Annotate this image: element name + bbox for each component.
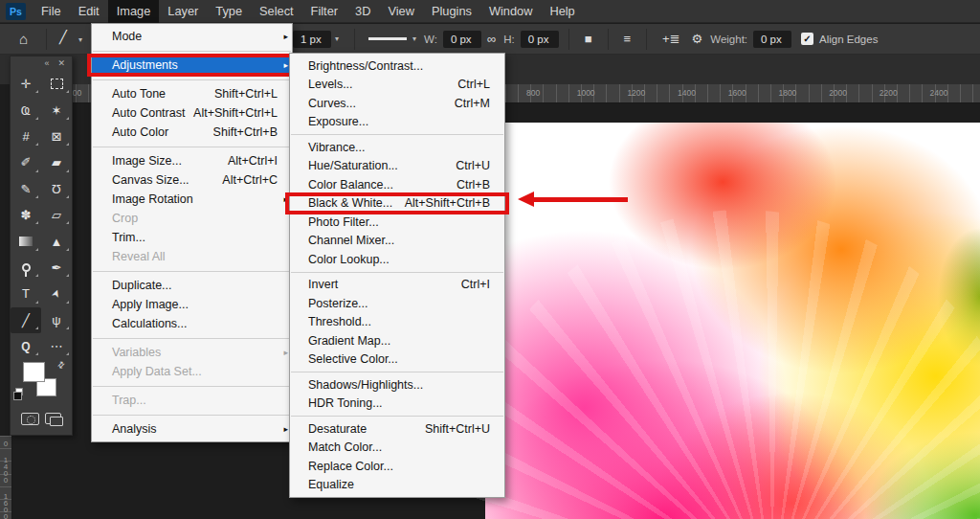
- menu-item[interactable]: Levels... Ctrl+L: [290, 76, 504, 95]
- menu-item[interactable]: Exposure...: [290, 113, 504, 132]
- lasso-tool[interactable]: Ҩ: [11, 97, 41, 123]
- menubar-item[interactable]: Select: [251, 0, 302, 23]
- menu-item[interactable]: Crop: [92, 209, 292, 228]
- menubar-item[interactable]: View: [379, 0, 423, 23]
- sharpen-tool[interactable]: ▲: [41, 228, 72, 254]
- menu-item[interactable]: Calculations...: [92, 314, 292, 333]
- menu-item[interactable]: Brightness/Contrast...: [290, 56, 504, 76]
- crop-tool[interactable]: #: [11, 124, 41, 149]
- menu-item[interactable]: Reveal All: [92, 247, 292, 266]
- menu-item[interactable]: Mode ▸: [92, 27, 292, 46]
- menu-separator: [290, 131, 504, 138]
- dodge-tool[interactable]: [11, 255, 41, 281]
- menu-item[interactable]: Match Color...: [290, 439, 504, 458]
- menu-item[interactable]: Photo Filter...: [290, 213, 504, 232]
- clone-stamp-tool[interactable]: Ω: [41, 176, 72, 202]
- menubar-item[interactable]: Help: [541, 0, 583, 23]
- menu-item[interactable]: Auto Contrast Alt+Shift+Ctrl+L: [92, 103, 292, 123]
- default-colors-icon[interactable]: [15, 388, 23, 395]
- menu-item[interactable]: Canvas Size... Alt+Ctrl+C: [92, 170, 292, 190]
- healing-brush-tool[interactable]: ▰: [41, 149, 72, 175]
- line-tool-preset-icon[interactable]: ╱: [59, 30, 67, 44]
- type-tool[interactable]: T: [11, 281, 41, 306]
- menu-item[interactable]: Image Rotation ▸: [92, 190, 292, 209]
- height-input[interactable]: 0 px: [521, 31, 559, 48]
- more-tools-button[interactable]: ⋯: [41, 333, 72, 359]
- move-tool[interactable]: ✛: [11, 71, 41, 97]
- align-edges-checkbox[interactable]: ✓: [801, 33, 813, 45]
- layer-stack-icon[interactable]: +≣: [662, 32, 679, 46]
- menu-item[interactable]: Replace Color...: [290, 457, 504, 476]
- photoshop-logo[interactable]: Ps: [6, 3, 26, 20]
- menu-item[interactable]: Color Balance... Ctrl+B: [290, 175, 504, 194]
- menubar-item[interactable]: 3D: [346, 0, 379, 23]
- menubar-item[interactable]: Edit: [70, 0, 108, 23]
- menu-item[interactable]: Apply Image...: [92, 295, 292, 314]
- menu-item[interactable]: Auto Color Shift+Ctrl+B: [92, 123, 292, 142]
- path-selection-tool[interactable]: ➤: [41, 281, 72, 306]
- menu-item[interactable]: Vibrance...: [290, 138, 504, 157]
- menu-item[interactable]: Apply Data Set...: [92, 362, 292, 381]
- menu-item[interactable]: Hue/Saturation... Ctrl+U: [290, 157, 504, 176]
- collapse-panel-icon[interactable]: «: [44, 58, 49, 71]
- menu-item[interactable]: Image Size... Alt+Ctrl+I: [92, 151, 292, 170]
- screen-mode-button[interactable]: [45, 413, 61, 424]
- hand-tool[interactable]: ψ: [41, 307, 72, 333]
- menu-item[interactable]: Posterize...: [290, 294, 504, 313]
- link-dimensions-icon[interactable]: ∞: [487, 32, 496, 46]
- gear-icon[interactable]: ⚙: [692, 32, 703, 46]
- rectangular-marquee-tool[interactable]: [41, 71, 72, 97]
- magic-wand-tool[interactable]: ✶: [41, 97, 72, 123]
- menu-item-black-and-white[interactable]: Black & White... Alt+Shift+Ctrl+B: [290, 194, 504, 214]
- chevron-down-icon[interactable]: ▾: [335, 34, 339, 43]
- menu-item[interactable]: Auto Tone Shift+Ctrl+L: [92, 84, 292, 103]
- menu-item-adjustments[interactable]: Adjustments ▸: [92, 56, 292, 75]
- chevron-down-icon[interactable]: ▾: [412, 34, 416, 43]
- menubar-item[interactable]: Plugins: [423, 0, 480, 23]
- foreground-color-swatch[interactable]: [23, 362, 45, 382]
- quick-mask-button[interactable]: [21, 413, 39, 425]
- menu-item[interactable]: Desaturate Shift+Ctrl+U: [290, 419, 504, 439]
- brush-tool[interactable]: ✎: [11, 176, 41, 202]
- pen-tool[interactable]: ✒: [41, 255, 72, 281]
- menubar-item[interactable]: Window: [480, 0, 542, 23]
- menu-item[interactable]: HDR Toning...: [290, 395, 504, 414]
- menu-item[interactable]: Invert Ctrl+I: [290, 276, 504, 295]
- chevron-down-icon[interactable]: ▾: [78, 35, 82, 44]
- fill-icon[interactable]: ■: [585, 32, 592, 46]
- stroke-style-select[interactable]: [368, 37, 407, 40]
- menu-item[interactable]: Equalize: [290, 476, 504, 495]
- menubar-item[interactable]: Type: [207, 0, 251, 23]
- menu-item[interactable]: Analysis ▸: [92, 419, 292, 439]
- eraser-tool[interactable]: ▱: [41, 202, 72, 228]
- gradient-tool[interactable]: [11, 228, 41, 254]
- menubar-item-image[interactable]: Image: [108, 0, 160, 23]
- width-input[interactable]: 0 px: [443, 31, 481, 48]
- line-tool[interactable]: ╱: [11, 307, 41, 333]
- menu-item[interactable]: Threshold...: [290, 313, 504, 332]
- close-panel-icon[interactable]: ✕: [57, 58, 65, 71]
- menu-item[interactable]: Trim...: [92, 228, 292, 247]
- canvas-image-flower[interactable]: [485, 123, 980, 519]
- menu-item[interactable]: Curves... Ctrl+M: [290, 94, 504, 113]
- menu-item[interactable]: Duplicate...: [92, 276, 292, 295]
- menu-item[interactable]: Color Lookup...: [290, 250, 504, 269]
- menu-item[interactable]: Shadows/Highlights...: [290, 375, 504, 395]
- menu-item[interactable]: Channel Mixer...: [290, 232, 504, 251]
- slice-tool[interactable]: ⊠: [41, 124, 72, 149]
- menu-item[interactable]: Gradient Map...: [290, 331, 504, 350]
- menubar-item[interactable]: Filter: [302, 0, 346, 23]
- menu-item[interactable]: Trap...: [92, 391, 292, 410]
- stroke-width-select[interactable]: 1 px: [293, 31, 331, 48]
- home-icon[interactable]: ⌂: [19, 31, 28, 47]
- eyedropper-tool[interactable]: ✐: [11, 149, 41, 175]
- align-icon[interactable]: ≡: [624, 32, 632, 46]
- menubar-item[interactable]: File: [33, 0, 70, 23]
- menu-item[interactable]: Variables ▸: [92, 343, 292, 362]
- zoom-tool[interactable]: Q: [11, 333, 41, 359]
- swap-colors-icon[interactable]: ⇄: [56, 359, 67, 371]
- weight-input[interactable]: 0 px: [753, 31, 791, 48]
- menu-item[interactable]: Selective Color...: [290, 350, 504, 370]
- history-brush-tool[interactable]: ✽: [11, 202, 41, 228]
- menubar-item[interactable]: Layer: [159, 0, 207, 23]
